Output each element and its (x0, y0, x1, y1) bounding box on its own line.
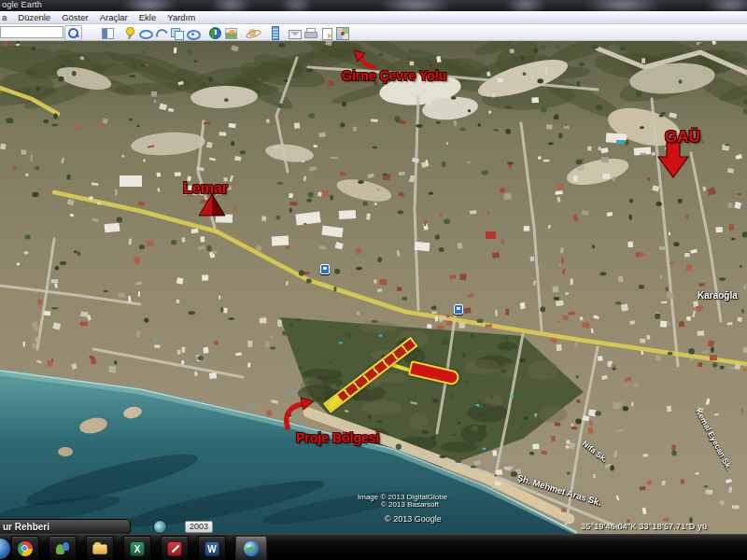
menu-help[interactable]: Yardım (162, 12, 201, 22)
switch-planet-button[interactable] (244, 25, 261, 41)
annotation-ring-road[interactable]: Girne Çevre Yolu (342, 68, 446, 83)
print-icon (304, 27, 317, 39)
map-viewport[interactable]: Girne Çevre Yolu Lemar GAÜ Proje Bölgesi… (0, 41, 747, 534)
titlebar-glass-blob (280, 0, 313, 11)
save-image-icon (322, 28, 332, 40)
titlebar-glass-blob (121, 0, 177, 11)
transit-poi-icon[interactable] (454, 304, 463, 315)
hide-sidebar-button[interactable] (99, 25, 117, 41)
google-maps-icon (336, 27, 349, 40)
window-titlebar[interactable]: ogle Earth (0, 0, 747, 11)
menu-add[interactable]: Ekle (134, 12, 162, 22)
sunlight-icon (225, 28, 237, 39)
red-app-icon (167, 541, 182, 556)
titlebar-glass-blob (584, 0, 663, 11)
image-overlay-icon (171, 27, 183, 39)
placemark-icon (123, 27, 135, 39)
menu-edit[interactable]: Düzenle (12, 12, 56, 22)
sidebar-toggle-icon (102, 28, 114, 39)
taskbar-explorer[interactable] (86, 536, 114, 560)
menu-bar: a Düzenle Göster Araçlar Ekle Yardım (0, 11, 747, 24)
imagery-clock-icon[interactable] (153, 520, 167, 534)
excel-icon: X (130, 541, 145, 556)
path-icon (155, 27, 167, 39)
record-tour-button[interactable] (184, 25, 202, 41)
ruler-icon (272, 26, 279, 40)
copyright-google: © 2013 Google (385, 514, 442, 524)
word-icon: W (204, 541, 219, 556)
titlebar-glass-blob (504, 0, 546, 11)
annotation-lemar[interactable]: Lemar (183, 180, 228, 197)
menu-tools[interactable]: Araçlar (94, 12, 134, 22)
historical-imagery-icon (209, 27, 221, 39)
google-earth-window: ogle Earth a Düzenle Göster Araçlar Ekle… (0, 0, 747, 560)
taskbar-excel[interactable]: X (123, 536, 151, 560)
ring-road-arrow-icon[interactable] (353, 49, 377, 70)
taskbar-google-earth[interactable] (235, 536, 267, 560)
taskbar-apps: X W (11, 536, 267, 560)
search-button[interactable] (64, 25, 82, 41)
windows-taskbar: X W (0, 534, 747, 560)
planets-icon (247, 27, 259, 39)
status-coordinates: 35°19'46.04"K 33°18'57.71"D yü (581, 522, 747, 531)
view-in-maps-button[interactable] (333, 25, 351, 41)
email-icon (289, 30, 302, 39)
toolbar (0, 24, 747, 41)
record-tour-icon (187, 27, 199, 39)
menu-view[interactable]: Göster (56, 12, 94, 22)
polygon-icon (139, 27, 151, 39)
titlebar-glass-blob (705, 0, 747, 11)
folder-icon (92, 544, 107, 554)
sunlight-button[interactable] (222, 25, 240, 41)
satellite-imagery[interactable] (0, 41, 747, 534)
titlebar-glass-blob (378, 0, 453, 11)
ruler-button[interactable] (265, 25, 283, 41)
taskbar-image-viewer[interactable] (161, 536, 189, 560)
tour-guide-bar[interactable]: ur Rehberi (0, 519, 131, 534)
place-label-town: Karaoğla (698, 290, 738, 301)
taskbar-word[interactable]: W (198, 536, 226, 560)
imagery-date-chip[interactable]: 2003 (185, 521, 213, 533)
google-earth-icon (244, 541, 259, 556)
taskbar-messenger[interactable] (49, 536, 77, 560)
search-icon (67, 27, 79, 39)
chrome-icon (18, 541, 33, 556)
search-input[interactable] (0, 26, 63, 38)
window-title: ogle Earth (2, 0, 42, 9)
annotation-project-area[interactable]: Proje Bölgesi (296, 430, 379, 445)
start-orb-partial[interactable] (0, 539, 10, 559)
project-arrow-icon[interactable] (280, 397, 316, 430)
copyright-basarsoft: © 2013 Basarsoft (381, 500, 439, 509)
menu-file-partial[interactable]: a (0, 12, 12, 22)
taskbar-chrome[interactable] (11, 536, 39, 560)
titlebar-glass-blob (210, 0, 252, 11)
annotation-gau[interactable]: GAÜ (665, 128, 700, 147)
transit-poi-icon[interactable] (320, 264, 330, 274)
messenger-icon (55, 541, 70, 556)
